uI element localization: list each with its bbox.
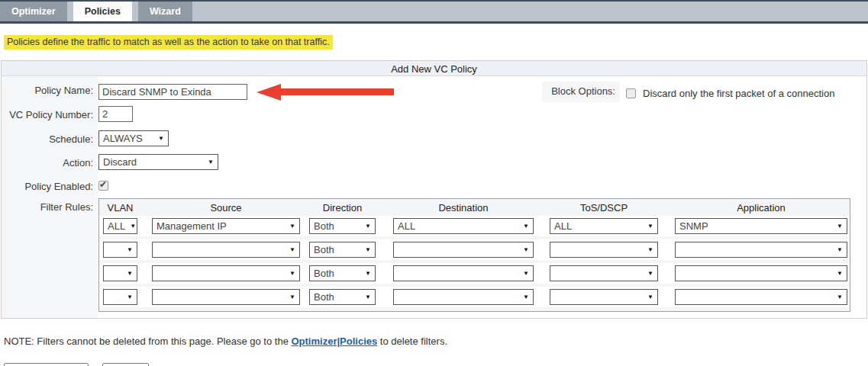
filter-cell-direction: Both▼	[305, 289, 389, 305]
chevron-down-icon: ▼	[832, 294, 843, 300]
application-select-row4[interactable]: ▼	[675, 289, 847, 305]
filter-cell-application: ▼	[671, 265, 850, 281]
source-select-row1[interactable]: Management IP▼	[152, 218, 300, 234]
chevron-down-icon: ▼	[518, 246, 529, 253]
destination-select-row2[interactable]: ▼	[393, 242, 534, 258]
red-arrow-tail	[281, 88, 394, 95]
direction-select-row4[interactable]: Both▼	[309, 289, 376, 305]
tab-wizard[interactable]: Wizard	[138, 2, 192, 21]
filter-cell-direction: Both▼	[305, 218, 389, 234]
filter-cell-tos-dscp: ▼	[546, 242, 671, 258]
source-select-row3[interactable]: ▼	[152, 265, 300, 281]
block-options-checkbox[interactable]	[626, 88, 636, 98]
destination-select-row1[interactable]: ALL▼	[393, 218, 534, 234]
filter-col-header-source: Source	[148, 202, 305, 214]
filter-cell-source: ▼	[148, 242, 305, 258]
tos-dscp-select-row3[interactable]: ▼	[550, 265, 658, 281]
chevron-down-icon: ▼	[360, 270, 371, 277]
filter-cell-source: ▼	[148, 265, 305, 281]
filter-rule-row: ▼▼Both▼▼▼▼	[99, 287, 850, 307]
filter-col-header-label: ToS/DSCP	[550, 202, 658, 214]
filter-rules-label: Filter Rules:	[2, 198, 98, 213]
destination-select-row3[interactable]: ▼	[393, 265, 534, 281]
filter-cell-application: ▼	[671, 242, 850, 258]
vlan-select-row2[interactable]: ▼	[103, 242, 137, 258]
filter-cell-application: ▼	[671, 289, 850, 305]
chevron-down-icon: ▼	[285, 270, 295, 277]
filter-cell-destination: ▼	[389, 242, 546, 258]
direction-select-row3[interactable]: Both▼	[309, 265, 376, 281]
tos-dscp-select-row2[interactable]: ▼	[550, 242, 658, 258]
destination-select-row4[interactable]: ▼	[393, 289, 534, 305]
filter-cell-application: SNMP▼	[671, 218, 850, 234]
add-vc-policy-panel: Add New VC Policy Policy Name: Block Opt…	[1, 60, 867, 319]
chevron-down-icon: ▼	[643, 294, 653, 300]
filter-cell-source: Management IP▼	[148, 218, 305, 234]
filter-col-header-label: Direction	[309, 202, 376, 214]
schedule-select-value: ALWAYS	[103, 133, 143, 144]
filter-col-header-vlan: VLAN	[99, 202, 148, 214]
chevron-down-icon: ▼	[285, 223, 295, 230]
chevron-down-icon: ▼	[122, 294, 133, 300]
schedule-label: Schedule:	[2, 130, 98, 145]
vlan-select-value: ALL	[108, 220, 125, 232]
note-prefix: NOTE: Filters cannot be deleted from thi…	[4, 336, 291, 347]
vlan-select-row3[interactable]: ▼	[103, 265, 137, 281]
filter-cell-destination: ▼	[389, 289, 546, 305]
source-select-row2[interactable]: ▼	[152, 242, 300, 258]
chevron-down-icon: ▼	[643, 223, 653, 230]
tab-bar: OptimizerPoliciesWizard	[0, 0, 868, 24]
chevron-down-icon: ▼	[153, 135, 164, 142]
chevron-down-icon: ▼	[203, 159, 214, 165]
panel-body: Policy Name: Block Options: Discard only…	[2, 76, 866, 318]
tos-dscp-select-row1[interactable]: ALL▼	[550, 218, 658, 234]
red-arrow-head	[257, 84, 281, 101]
chevron-down-icon: ▼	[643, 270, 653, 277]
direction-select-row2[interactable]: Both▼	[309, 242, 376, 258]
chevron-down-icon: ▼	[518, 294, 529, 300]
filter-col-header-tos-dscp: ToS/DSCP	[546, 202, 671, 214]
page-notice: Policies define the traffic to match as …	[4, 35, 333, 50]
direction-select-value: Both	[314, 244, 334, 255]
destination-select-value: ALL	[398, 220, 415, 232]
action-label: Action:	[2, 154, 98, 169]
direction-select-value: Both	[314, 268, 334, 279]
filter-rules-table-header: VLANSourceDirectionDestinationToS/DSCPAp…	[99, 199, 850, 216]
chevron-down-icon: ▼	[285, 294, 295, 300]
add-new-policy-button[interactable]: Add New Policy	[4, 363, 89, 366]
filter-cell-tos-dscp: ▼	[546, 289, 671, 305]
filter-col-header-application: Application	[671, 202, 850, 214]
filter-cell-direction: Both▼	[305, 242, 389, 258]
filter-cell-vlan: ALL▼	[99, 218, 148, 234]
vlan-select-row1[interactable]: ALL▼	[103, 218, 137, 234]
schedule-select[interactable]: ALWAYS ▼	[98, 130, 169, 146]
vc-policy-number-input[interactable]	[98, 106, 133, 122]
action-select-value: Discard	[103, 156, 137, 168]
tos-dscp-select-value: ALL	[554, 220, 572, 232]
chevron-down-icon: ▼	[518, 270, 529, 277]
optimizer-policies-link[interactable]: Optimizer|Policies	[291, 336, 377, 347]
source-select-row4[interactable]: ▼	[152, 289, 300, 305]
chevron-down-icon: ▼	[643, 246, 653, 253]
red-arrow-annotation	[257, 84, 394, 101]
chevron-down-icon: ▼	[360, 246, 371, 253]
direction-select-row1[interactable]: Both▼	[309, 218, 376, 234]
chevron-down-icon: ▼	[832, 223, 843, 230]
action-select[interactable]: Discard ▼	[98, 154, 218, 170]
chevron-down-icon: ▼	[360, 294, 371, 300]
application-select-row2[interactable]: ▼	[675, 242, 847, 258]
vlan-select-row4[interactable]: ▼	[103, 289, 137, 305]
chevron-down-icon: ▼	[122, 270, 133, 277]
application-select-row1[interactable]: SNMP▼	[675, 218, 847, 234]
tab-policies[interactable]: Policies	[73, 2, 132, 21]
vc-policy-number-label: VC Policy Number:	[2, 106, 98, 120]
direction-select-value: Both	[314, 291, 334, 303]
chevron-down-icon: ▼	[285, 246, 295, 253]
tab-optimizer[interactable]: Optimizer	[0, 2, 67, 21]
cancel-button[interactable]: Cancel	[102, 363, 148, 366]
application-select-row3[interactable]: ▼	[675, 265, 847, 281]
filter-cell-direction: Both▼	[305, 265, 389, 281]
policy-enabled-checkbox[interactable]	[98, 181, 108, 191]
tos-dscp-select-row4[interactable]: ▼	[550, 289, 658, 305]
policy-name-input[interactable]	[98, 84, 247, 100]
